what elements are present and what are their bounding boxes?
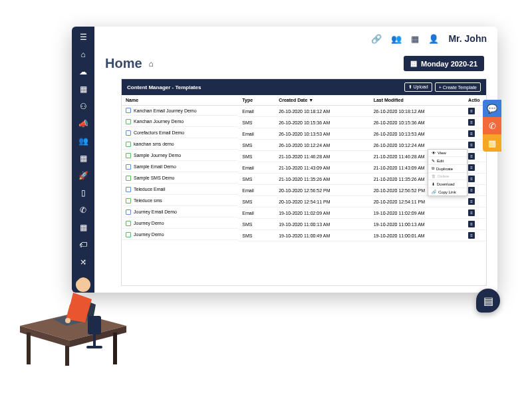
menu-view[interactable]: 👁View xyxy=(428,150,467,157)
menu-duplicate[interactable]: ⧉Duplicate xyxy=(428,165,467,173)
date-badge[interactable]: ▦ Monday 2020-21 xyxy=(404,56,484,71)
chat-bubble-icon xyxy=(126,153,131,158)
row-type: SMS xyxy=(238,140,275,151)
chat-bubble-icon xyxy=(126,142,131,147)
apps-icon[interactable]: ▦ xyxy=(78,222,88,233)
col-name[interactable]: Name xyxy=(122,95,238,106)
table-row[interactable]: Teleduce smsSMS20-10-2020 12:54:11 PM20-… xyxy=(122,196,486,207)
rocket-icon[interactable]: 🚀 xyxy=(78,170,88,181)
row-created: 20-10-2020 12:56:52 PM xyxy=(275,185,369,196)
svg-rect-5 xyxy=(65,346,69,366)
row-action-button[interactable]: ≡ xyxy=(468,108,475,114)
row-action-button[interactable]: ≡ xyxy=(468,153,475,160)
row-name: Teleduce sms xyxy=(134,198,162,203)
table-row[interactable]: Journey DemoSMS19-10-2020 11:00:13 AM19-… xyxy=(122,219,486,230)
grid-icon[interactable]: ▦ xyxy=(78,153,88,164)
calendar-badge-icon: ▦ xyxy=(410,59,417,68)
tag-icon[interactable]: 🏷 xyxy=(78,239,88,250)
user-icon[interactable]: 👤 xyxy=(428,34,439,44)
row-name: Journey Email Demo xyxy=(134,209,177,214)
row-context-menu: 👁View ✎Edit ⧉Duplicate 🗑Delete ⬇Download… xyxy=(428,149,467,196)
row-action-button[interactable]: ≡ xyxy=(468,164,475,171)
user-name-label[interactable]: Mr. John xyxy=(448,33,487,44)
quick-action-tabs: 💬 ✆ ▦ xyxy=(483,100,501,152)
home-icon[interactable]: ⌂ xyxy=(78,49,88,60)
quick-grid-tab[interactable]: ▦ xyxy=(483,134,501,152)
row-action-button[interactable]: ≡ xyxy=(468,232,475,239)
cloud-icon[interactable]: ☁ xyxy=(78,66,88,77)
row-action-button[interactable]: ≡ xyxy=(468,198,475,205)
menu-edit[interactable]: ✎Edit xyxy=(428,157,467,165)
table-row[interactable]: Kanchan Journey DemoSMS26-10-2020 10:15:… xyxy=(122,117,486,128)
row-action-button[interactable]: ≡ xyxy=(468,221,475,227)
row-name: Corefactors Email Demo xyxy=(134,130,184,135)
col-created[interactable]: Created Date ▼ xyxy=(275,95,369,106)
group-icon[interactable]: 👥 xyxy=(391,34,402,44)
breadcrumb: Home ⌂ xyxy=(105,56,154,71)
apps-grid-icon[interactable]: ▦ xyxy=(411,34,419,44)
row-modified: 26-10-2020 10:13:53 AM xyxy=(370,128,464,140)
date-badge-label: Monday 2020-21 xyxy=(421,60,477,68)
row-type: SMS xyxy=(238,151,275,162)
envelope-icon xyxy=(126,209,131,215)
quick-chat-tab[interactable]: 💬 xyxy=(483,100,501,117)
row-name: Sample Email Demo xyxy=(134,164,176,169)
link-icon[interactable]: 🔗 xyxy=(371,34,382,44)
content-panel: Content Manager - Templates ⬆ Upload + C… xyxy=(121,78,487,286)
row-action-button[interactable]: ≡ xyxy=(468,130,475,137)
users-icon[interactable]: 👥 xyxy=(78,136,88,146)
quick-call-tab[interactable]: ✆ xyxy=(483,117,501,134)
phone-icon[interactable]: ✆ xyxy=(78,205,88,215)
row-action-button[interactable]: ≡ xyxy=(468,176,475,182)
table-row[interactable]: Corefactors Email DemoEmail26-10-2020 10… xyxy=(122,128,486,140)
upload-button[interactable]: ⬆ Upload xyxy=(404,82,432,92)
menu-download[interactable]: ⬇Download xyxy=(428,180,467,188)
envelope-icon xyxy=(126,164,131,170)
row-type: SMS xyxy=(238,230,275,241)
row-modified: 19-10-2020 11:02:09 AM xyxy=(370,207,464,219)
row-type: Email xyxy=(238,106,275,117)
chat-icon: ▤ xyxy=(483,295,493,307)
person-at-desk-illustration xyxy=(13,253,133,372)
row-name: Kanchan Email Journey Demo xyxy=(134,108,197,113)
row-modified: 19-10-2020 11:00:13 AM xyxy=(370,219,464,230)
svg-rect-3 xyxy=(27,332,31,364)
page-title: Home xyxy=(105,56,142,71)
row-created: 21-10-2020 11:46:28 AM xyxy=(275,151,369,162)
row-modified: 20-10-2020 12:54:11 PM xyxy=(370,196,464,207)
row-action-button[interactable]: ≡ xyxy=(468,142,475,148)
row-modified: 26-10-2020 10:15:36 AM xyxy=(370,117,464,128)
table-row[interactable]: Kanchan Email Journey DemoEmail26-10-202… xyxy=(122,106,486,117)
row-type: SMS xyxy=(238,174,275,185)
chat-bubble-icon xyxy=(126,176,131,181)
row-type: Email xyxy=(238,185,275,196)
row-created: 21-10-2020 11:43:09 AM xyxy=(275,162,369,174)
chat-fab[interactable]: ▤ xyxy=(476,289,500,313)
hierarchy-icon[interactable]: ⚇ xyxy=(78,101,88,112)
breadcrumb-home-icon[interactable]: ⌂ xyxy=(149,59,154,68)
menu-icon[interactable]: ☰ xyxy=(78,32,88,43)
table-row[interactable]: Journey Email DemoEmail19-10-2020 11:02:… xyxy=(122,207,486,219)
svg-rect-12 xyxy=(88,316,101,334)
chat-bubble-icon xyxy=(126,119,131,124)
row-name: Journey Demo xyxy=(134,232,164,237)
row-action-button[interactable]: ≡ xyxy=(468,209,475,216)
col-type[interactable]: Type xyxy=(238,95,275,106)
row-created: 19-10-2020 11:00:49 AM xyxy=(275,230,369,241)
download-icon: ⬇ xyxy=(432,182,435,186)
create-template-button[interactable]: + Create Template xyxy=(435,82,481,92)
table-row[interactable]: Journey DemoSMS19-10-2020 11:00:49 AM19-… xyxy=(122,230,486,241)
megaphone-icon[interactable]: 📣 xyxy=(78,118,88,129)
eye-icon: 👁 xyxy=(432,151,436,155)
row-type: SMS xyxy=(238,219,275,230)
row-type: SMS xyxy=(238,117,275,128)
mobile-icon[interactable]: ▯ xyxy=(78,188,88,198)
row-action-button[interactable]: ≡ xyxy=(468,119,475,126)
edit-icon: ✎ xyxy=(432,158,435,163)
col-modified[interactable]: Last Modified xyxy=(370,95,464,106)
row-created: 26-10-2020 10:13:53 AM xyxy=(275,128,369,140)
menu-copy-link[interactable]: 🔗Copy Link xyxy=(428,188,467,196)
row-created: 26-10-2020 10:15:36 AM xyxy=(275,117,369,128)
calendar-icon[interactable]: ▦ xyxy=(78,84,88,94)
row-action-button[interactable]: ≡ xyxy=(468,187,475,194)
